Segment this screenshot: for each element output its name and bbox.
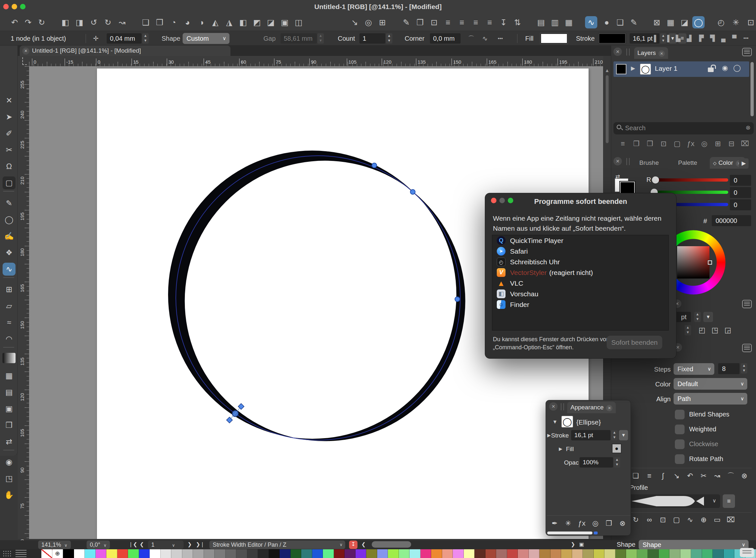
color-swatch[interactable]	[269, 549, 280, 558]
color-swatch[interactable]	[182, 549, 193, 558]
color-swatch[interactable]	[74, 549, 85, 558]
color-swatch[interactable]	[128, 549, 139, 558]
color-swatch[interactable]	[496, 549, 507, 558]
arrange-up-icon[interactable]: ≡	[470, 16, 482, 28]
rotate-copy-icon[interactable]: ↝	[116, 16, 128, 28]
shape-dropdown[interactable]: Shape∨	[639, 540, 749, 550]
knife-tool[interactable]: ✂	[3, 144, 16, 156]
color-swatch[interactable]	[236, 549, 247, 558]
remove-style-icon[interactable]: ⊗	[616, 519, 629, 528]
import-icon[interactable]: ↧	[498, 16, 510, 28]
fill-swatch[interactable]	[540, 33, 568, 44]
pathop-intersect-icon[interactable]: ◔	[168, 16, 180, 28]
flip-horizontal-icon[interactable]: ◧	[59, 16, 71, 28]
mesh-tool[interactable]: ⊞	[3, 283, 16, 296]
color-mode-dropdown[interactable]: Default∨	[674, 378, 747, 390]
color-swatch[interactable]	[52, 549, 64, 558]
pathop-back-icon[interactable]: ▣	[279, 16, 291, 28]
crop-tool[interactable]: ◳	[3, 472, 16, 485]
vertical-ruler[interactable]: 255240225210195180165150135120105907560	[18, 66, 29, 539]
color-swatch[interactable]	[377, 549, 388, 558]
count-stepper[interactable]: ▲▼	[386, 33, 393, 44]
tool-mode-dropdown[interactable]: Stroke Width Editor / Pan / Z∨	[209, 540, 345, 549]
close-panel-icon[interactable]: ✕	[3, 94, 16, 107]
color-swatch[interactable]	[594, 549, 605, 558]
width-scale-icon[interactable]: ↘	[670, 472, 683, 480]
undo-icon[interactable]: ↶	[8, 16, 21, 28]
color-swatch[interactable]	[41, 549, 52, 558]
frame-icon[interactable]: ⊡	[428, 16, 440, 28]
align-top-icon[interactable]: ▛	[697, 34, 706, 43]
panel-menu-icon[interactable]	[742, 300, 752, 308]
color-swatch[interactable]	[648, 549, 659, 558]
checkbox[interactable]	[675, 454, 685, 464]
select-tool[interactable]: ➤	[3, 110, 16, 123]
color-swatch[interactable]	[680, 549, 691, 558]
color-swatch[interactable]	[604, 549, 615, 558]
checkbox[interactable]	[675, 410, 685, 420]
more-options-icon[interactable]: •••	[498, 31, 503, 46]
fonts-panel-icon[interactable]: ▦	[563, 16, 575, 28]
style-effects-icon[interactable]: ƒx	[575, 519, 588, 528]
color-swatch[interactable]	[226, 549, 236, 558]
close-width-icon[interactable]: ⊗	[737, 472, 751, 480]
layer-row[interactable]: ▶ ◯ Layer 1 ◉ ◯	[613, 61, 749, 77]
color-swatch[interactable]	[334, 549, 345, 558]
smooth-node-icon[interactable]: ↝	[710, 472, 724, 480]
corner-join-b-icon[interactable]: ◳	[708, 324, 722, 336]
color-swatch[interactable]	[713, 549, 724, 558]
layer-thumbnail[interactable]: ◯	[640, 64, 651, 75]
previous-page-icon[interactable]: ❮	[140, 541, 144, 547]
color-swatch[interactable]	[583, 549, 594, 558]
perspective-tool[interactable]: ▱	[3, 300, 16, 312]
steps-mode-dropdown[interactable]: Fixed∨	[674, 363, 714, 375]
duplicate-layer-icon[interactable]: ❐	[630, 140, 643, 148]
profile-options-icon[interactable]: ≡	[723, 494, 735, 508]
palette-list2-icon[interactable]	[16, 554, 26, 557]
edit-shape-icon[interactable]: ✎	[400, 16, 412, 28]
stroke-swatch[interactable]	[599, 33, 626, 44]
panel-close-icon[interactable]: ✕	[613, 157, 622, 166]
align-bottom-left-icon[interactable]: ▙	[673, 34, 683, 43]
color-swatch[interactable]	[356, 549, 367, 558]
rotate-cw-icon[interactable]: ↻	[102, 16, 114, 28]
width-editor-icon[interactable]: ∿	[585, 16, 597, 28]
color-swatch[interactable]	[518, 549, 529, 558]
color-swatch[interactable]	[442, 549, 453, 558]
time-icon[interactable]: ◴	[715, 16, 727, 28]
color-swatch[interactable]	[96, 549, 107, 558]
panel-grip[interactable]	[626, 158, 630, 165]
new-layer-icon[interactable]: ⊞	[711, 140, 725, 148]
sync-status-icon[interactable]: ↧	[349, 540, 357, 549]
text-brush-tool[interactable]: ✍	[3, 230, 16, 243]
close-tab-icon[interactable]: ✕	[658, 50, 665, 57]
color-swatch[interactable]	[280, 549, 291, 558]
curve-mode-icon[interactable]: ∿	[482, 31, 488, 46]
color-swatch[interactable]	[258, 549, 269, 558]
shape-dropdown[interactable]: Custom∨	[183, 33, 229, 44]
saturation-value-square[interactable]	[677, 246, 709, 279]
pathop-exclude-icon[interactable]: ◕	[181, 16, 194, 28]
layer-disclosure-icon[interactable]: ▶	[631, 65, 635, 72]
pathop-split-icon[interactable]: ◫	[293, 16, 305, 28]
red-value[interactable]: 0	[730, 175, 751, 186]
document-close-icon[interactable]: ✕	[22, 48, 29, 55]
horizontal-scrollbar-thumb[interactable]	[372, 541, 411, 548]
glyphs-panel-icon[interactable]: ▥	[549, 16, 561, 28]
color-swatch[interactable]	[301, 549, 312, 558]
stroke-unit-dropdown[interactable]: ▾	[703, 312, 713, 322]
no-style-icon[interactable]: ⊠	[651, 16, 663, 28]
marquee-tool[interactable]: ▢	[3, 176, 16, 189]
app-row[interactable]: ☺ Finder	[492, 299, 669, 310]
shape-select-tool[interactable]: ❖	[3, 246, 16, 259]
page-number-dropdown[interactable]: 1∨	[148, 540, 183, 549]
fill-swatch[interactable]: ●	[612, 443, 622, 453]
link-profile-icon[interactable]: ∞	[642, 516, 656, 524]
app-row[interactable]: ◴ Schreibtisch Uhr	[492, 257, 669, 267]
wave-profile-icon[interactable]: ∿	[683, 516, 697, 524]
layer-visibility-icon[interactable]: ◉	[722, 64, 728, 72]
color-swatch[interactable]	[409, 549, 421, 558]
hatch-icon[interactable]: ◪	[678, 16, 691, 28]
app-row[interactable]: V VectorStyler (reagiert nicht)	[492, 267, 669, 278]
align-mode-dropdown[interactable]: Path∨	[674, 393, 747, 405]
